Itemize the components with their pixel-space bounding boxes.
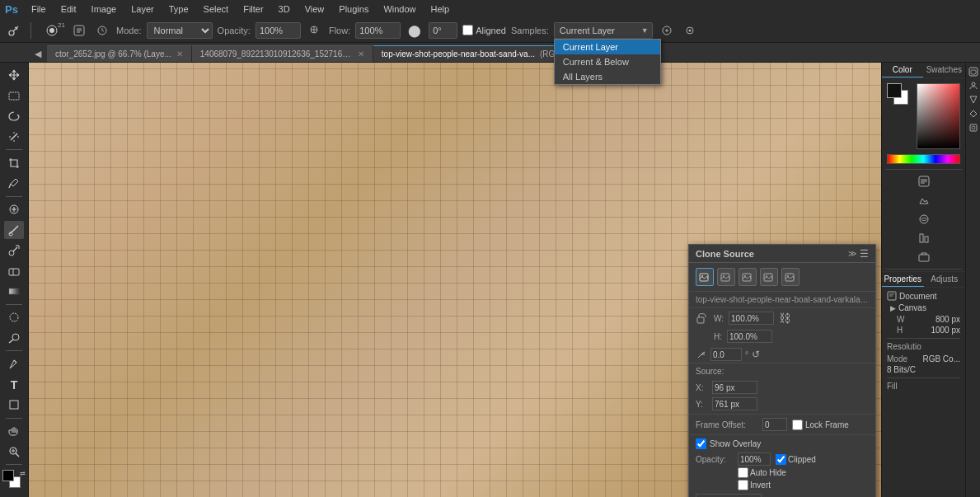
- clone-link-icon[interactable]: ⛓: [779, 312, 790, 325]
- clone-x-input[interactable]: [712, 381, 757, 394]
- clipped-label[interactable]: Clipped: [776, 454, 816, 465]
- menu-window[interactable]: Window: [377, 2, 422, 16]
- clone-angle-input[interactable]: [710, 348, 742, 361]
- clone-w-input[interactable]: [729, 312, 774, 325]
- tool-clone-stamp-icon[interactable]: [5, 21, 23, 40]
- opacity-input[interactable]: [256, 22, 301, 39]
- right-icon-2[interactable]: [968, 80, 979, 91]
- clipped-checkbox[interactable]: [776, 454, 786, 465]
- tab-color[interactable]: Color: [882, 63, 923, 77]
- menu-help[interactable]: Help: [424, 2, 457, 16]
- tab-properties[interactable]: Properties: [882, 272, 924, 287]
- sample-target-icon[interactable]: [681, 21, 699, 40]
- tool-pen[interactable]: [4, 354, 24, 373]
- panel-icon-2[interactable]: [916, 192, 932, 209]
- foreground-color[interactable]: [2, 470, 14, 481]
- opacity-options-icon[interactable]: [306, 21, 324, 40]
- sample-dropdown-wrapper[interactable]: Current Layer ▼ Current Layer Current & …: [554, 22, 653, 39]
- aligned-checkbox-label[interactable]: Aligned: [462, 25, 506, 35]
- hue-bar[interactable]: [887, 154, 960, 164]
- invert-checkbox[interactable]: [738, 480, 748, 490]
- tool-clone-stamp[interactable]: [4, 241, 24, 260]
- color-spectrum[interactable]: [917, 83, 960, 149]
- clone-reset-icon[interactable]: ↺: [752, 349, 760, 360]
- brush-options-icon[interactable]: [70, 21, 88, 40]
- sample-select-display[interactable]: Current Layer ▼: [554, 22, 653, 39]
- aligned-checkbox[interactable]: [462, 25, 473, 35]
- right-icon-3[interactable]: [968, 94, 979, 105]
- clone-menu-icon[interactable]: ☰: [860, 248, 869, 260]
- clone-slot-3[interactable]: [739, 268, 757, 286]
- flow-input[interactable]: [355, 22, 401, 39]
- fg-bg-color-swatch[interactable]: ⇄: [2, 470, 26, 492]
- angle-input[interactable]: [429, 22, 457, 39]
- auto-hide-label[interactable]: Auto Hide: [738, 467, 786, 478]
- tab-2[interactable]: 14068079_892213010912636_152716148648615…: [192, 45, 373, 62]
- tool-eraser[interactable]: [4, 261, 24, 280]
- clone-slot-2[interactable]: [717, 268, 735, 286]
- right-icon-5[interactable]: [968, 122, 979, 134]
- sample-adjust-icon[interactable]: [658, 21, 676, 40]
- menu-filter[interactable]: Filter: [237, 2, 270, 16]
- clone-expand-icon[interactable]: ≫: [848, 249, 856, 258]
- fg-color-box[interactable]: [887, 83, 902, 98]
- menu-3d[interactable]: 3D: [272, 2, 297, 16]
- tool-magic-wand[interactable]: [4, 127, 24, 146]
- tool-lasso[interactable]: [4, 107, 24, 126]
- clone-h-input[interactable]: [727, 330, 772, 343]
- tool-gradient[interactable]: [4, 282, 24, 301]
- auto-hide-checkbox[interactable]: [738, 467, 748, 478]
- menu-select[interactable]: Select: [197, 2, 236, 16]
- menu-image[interactable]: Image: [85, 2, 124, 16]
- tool-dodge[interactable]: [4, 329, 24, 348]
- tool-brush[interactable]: [4, 221, 24, 240]
- clone-slot-5[interactable]: [781, 268, 799, 286]
- panel-icon-5[interactable]: [916, 249, 932, 265]
- blend-select[interactable]: Normal: [696, 494, 762, 497]
- menu-plugins[interactable]: Plugins: [332, 2, 375, 16]
- menu-file[interactable]: File: [25, 2, 53, 16]
- tab-adjusts[interactable]: Adjusts: [924, 272, 966, 287]
- tool-marquee[interactable]: [4, 87, 24, 105]
- tab-1-close[interactable]: ✕: [176, 49, 183, 59]
- color-fg-bg-stack[interactable]: [887, 83, 913, 110]
- lock-frame-checkbox[interactable]: [792, 420, 803, 430]
- panel-icon-1[interactable]: [916, 173, 932, 190]
- lock-frame-label[interactable]: Lock Frame: [792, 420, 849, 430]
- frame-offset-input[interactable]: [762, 418, 787, 431]
- tool-heal[interactable]: [4, 200, 24, 219]
- mode-select[interactable]: Normal: [147, 22, 213, 39]
- show-overlay-label[interactable]: Show Overlay: [696, 438, 869, 449]
- overlay-opacity-input[interactable]: [738, 452, 771, 466]
- show-overlay-checkbox[interactable]: [696, 438, 706, 449]
- menu-view[interactable]: View: [298, 2, 331, 16]
- clone-y-input[interactable]: [712, 397, 757, 410]
- tab-swatches[interactable]: Swatches: [923, 63, 965, 77]
- right-icon-1[interactable]: [968, 66, 979, 77]
- panel-icon-4[interactable]: [916, 230, 932, 246]
- tool-blur[interactable]: [4, 308, 24, 327]
- tool-shape[interactable]: [4, 396, 24, 415]
- canvas-header[interactable]: ▶ Canvas: [890, 303, 960, 312]
- tool-zoom[interactable]: [4, 443, 24, 462]
- panel-icon-3[interactable]: [916, 211, 932, 227]
- tool-text[interactable]: T: [4, 375, 24, 394]
- brush-settings-icon[interactable]: [93, 21, 111, 40]
- tab-1[interactable]: ctor_2652.jpg @ 66.7% (Laye... ✕: [47, 45, 192, 62]
- menu-edit[interactable]: Edit: [54, 2, 83, 16]
- sample-option-current-below[interactable]: Current & Below: [555, 54, 660, 69]
- invert-label[interactable]: Invert: [738, 480, 771, 490]
- clone-slot-4[interactable]: [760, 268, 778, 286]
- canvas-area[interactable]: Clone Source ≫ ☰: [29, 63, 881, 497]
- sample-option-all-layers[interactable]: All Layers: [555, 69, 660, 84]
- tab-scroll-left[interactable]: ◀: [29, 45, 47, 62]
- tool-move[interactable]: [4, 66, 24, 85]
- airbrush-icon[interactable]: ⬤: [406, 21, 424, 40]
- tab-2-close[interactable]: ✕: [358, 49, 364, 59]
- menu-layer[interactable]: Layer: [124, 2, 161, 16]
- right-icon-4[interactable]: [968, 108, 979, 120]
- sample-option-current-layer[interactable]: Current Layer: [555, 40, 660, 54]
- clone-slot-1[interactable]: [696, 268, 714, 286]
- tool-hand[interactable]: [4, 422, 24, 441]
- swap-colors-icon[interactable]: ⇄: [20, 470, 26, 477]
